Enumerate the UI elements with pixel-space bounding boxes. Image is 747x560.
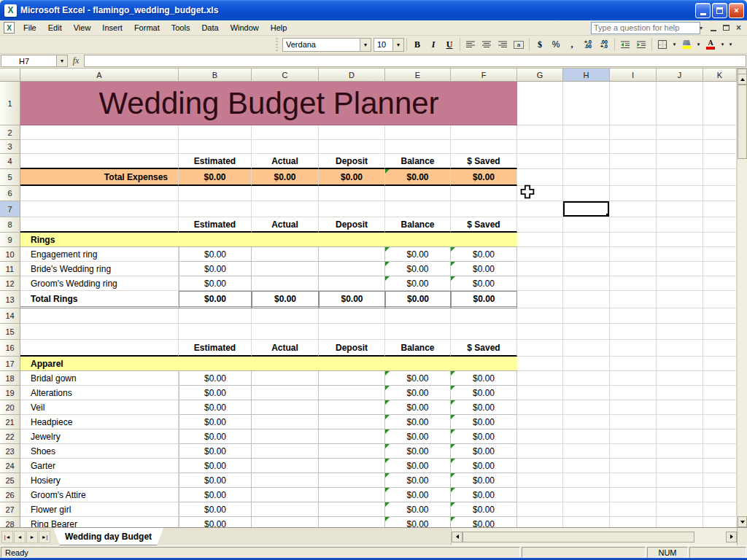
cell-A6[interactable] — [20, 186, 179, 201]
row-header-1[interactable]: 1 — [0, 82, 20, 125]
cell-G22[interactable] — [517, 429, 563, 444]
select-all-corner[interactable] — [0, 69, 20, 82]
cell-A5[interactable]: Total Expenses — [20, 169, 179, 186]
cell-B5[interactable]: $0.00 — [179, 169, 252, 186]
row-header-25[interactable]: 25 — [0, 473, 20, 488]
doc-restore-button[interactable] — [723, 25, 729, 31]
cell-I16[interactable] — [610, 340, 657, 357]
cell-D26[interactable] — [319, 488, 385, 502]
menu-help[interactable]: Help — [265, 21, 293, 34]
cell-C16[interactable]: Actual — [252, 340, 319, 357]
cell-C12[interactable] — [252, 276, 319, 291]
cell-E12[interactable]: $0.00 — [385, 276, 451, 291]
cell-I20[interactable] — [610, 400, 657, 415]
cell-G10[interactable] — [517, 247, 563, 262]
cell-A21[interactable]: Headpiece — [20, 415, 179, 429]
vertical-scrollbar[interactable] — [737, 69, 747, 527]
cell-K13[interactable] — [703, 291, 737, 308]
cell-K11[interactable] — [703, 262, 737, 276]
cell-J2[interactable] — [657, 125, 703, 140]
column-header-E[interactable]: E — [385, 69, 451, 82]
cell-F22[interactable]: $0.00 — [451, 429, 517, 444]
cell-C23[interactable] — [252, 444, 319, 459]
cell-D6[interactable] — [319, 186, 385, 201]
cell-E27[interactable]: $0.00 — [385, 502, 451, 517]
cell-B28[interactable]: $0.00 — [179, 517, 252, 527]
cell-C14[interactable] — [252, 308, 319, 324]
cell-J23[interactable] — [657, 444, 703, 459]
cell-C21[interactable] — [252, 415, 319, 429]
font-name-combo[interactable]: Verdana ▾ — [282, 38, 371, 52]
cell-K9[interactable] — [703, 233, 737, 247]
doc-close-button[interactable]: × — [736, 24, 741, 31]
cell-B3[interactable] — [179, 140, 252, 154]
cell-B24[interactable]: $0.00 — [179, 459, 252, 473]
cell-A24[interactable]: Garter — [20, 459, 179, 473]
cell-J11[interactable] — [657, 262, 703, 276]
menu-window[interactable]: Window — [225, 21, 265, 34]
cell-K1[interactable] — [703, 82, 737, 125]
cell-I22[interactable] — [610, 429, 657, 444]
row-header-14[interactable]: 14 — [0, 308, 20, 324]
cell-A20[interactable]: Veil — [20, 400, 179, 415]
cell-J28[interactable] — [657, 517, 703, 527]
font-color-button[interactable]: A — [703, 37, 719, 52]
cell-B11[interactable]: $0.00 — [179, 262, 252, 276]
cell-H21[interactable] — [563, 415, 610, 429]
cell-G21[interactable] — [517, 415, 563, 429]
cell-J6[interactable] — [657, 186, 703, 201]
cell-F3[interactable] — [451, 140, 517, 154]
cell-J5[interactable] — [657, 169, 703, 186]
cell-J18[interactable] — [657, 371, 703, 386]
cell-F12[interactable]: $0.00 — [451, 276, 517, 291]
cell-G11[interactable] — [517, 262, 563, 276]
cell-D15[interactable] — [319, 324, 385, 340]
cell-H28[interactable] — [563, 517, 610, 527]
cell-I5[interactable] — [610, 169, 657, 186]
cell-H5[interactable] — [563, 169, 610, 186]
cell-G17[interactable] — [517, 357, 563, 371]
cell-E28[interactable]: $0.00 — [385, 517, 451, 527]
cell-I27[interactable] — [610, 502, 657, 517]
font-name-dropdown-icon[interactable]: ▾ — [360, 39, 371, 51]
decrease-decimal-button[interactable]: .00+.0 — [596, 37, 612, 52]
cell-C15[interactable] — [252, 324, 319, 340]
cell-K18[interactable] — [703, 371, 737, 386]
cell-D23[interactable] — [319, 444, 385, 459]
cell-K14[interactable] — [703, 308, 737, 324]
cell-I3[interactable] — [610, 140, 657, 154]
cell-H2[interactable] — [563, 125, 610, 140]
cell-D5[interactable]: $0.00 — [319, 169, 385, 186]
row-header-11[interactable]: 11 — [0, 262, 20, 276]
cell-G3[interactable] — [517, 140, 563, 154]
cell-H6[interactable] — [563, 186, 610, 201]
cell-C10[interactable] — [252, 247, 319, 262]
cell-A4[interactable] — [20, 154, 179, 169]
cell-K12[interactable] — [703, 276, 737, 291]
formula-input[interactable] — [84, 55, 746, 67]
cell-J19[interactable] — [657, 386, 703, 400]
cell-I4[interactable] — [610, 154, 657, 169]
cell-J8[interactable] — [657, 217, 703, 233]
cell-G25[interactable] — [517, 473, 563, 488]
cell-I11[interactable] — [610, 262, 657, 276]
cell-I13[interactable] — [610, 291, 657, 308]
restore-button[interactable] — [712, 3, 727, 18]
cell-K3[interactable] — [703, 140, 737, 154]
cell-B13[interactable]: $0.00 — [179, 291, 252, 308]
cell-E13[interactable]: $0.00 — [385, 291, 451, 308]
insert-function-icon[interactable]: fx — [73, 55, 80, 66]
cell-I28[interactable] — [610, 517, 657, 527]
help-question-box[interactable]: ▾ — [591, 22, 700, 34]
cell-K24[interactable] — [703, 459, 737, 473]
cell-K28[interactable] — [703, 517, 737, 527]
cell-I10[interactable] — [610, 247, 657, 262]
font-size-dropdown-icon[interactable]: ▾ — [392, 39, 403, 51]
cell-H17[interactable] — [563, 357, 610, 371]
scroll-down-button[interactable] — [738, 516, 747, 527]
cell-H3[interactable] — [563, 140, 610, 154]
cell-H8[interactable] — [563, 217, 610, 233]
cell-J7[interactable] — [657, 201, 703, 217]
cell-F27[interactable]: $0.00 — [451, 502, 517, 517]
cell-E6[interactable] — [385, 186, 451, 201]
